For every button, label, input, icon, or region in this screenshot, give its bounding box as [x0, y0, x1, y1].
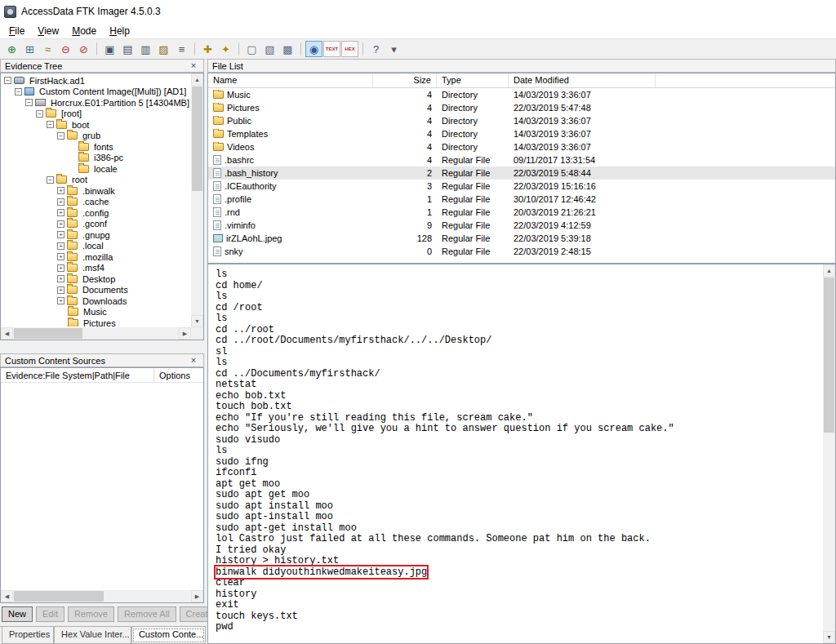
create-disk-image-icon[interactable]: ▣ [101, 41, 118, 57]
scroll-down-icon[interactable]: ▼ [823, 631, 835, 643]
evidence-tree-horizontal-scrollbar[interactable]: ◀ ▶ [1, 327, 191, 340]
tree-node[interactable]: −FirstHack.ad1 [2, 75, 190, 87]
column-header-size[interactable]: Size [373, 73, 437, 87]
export-disk-image-icon[interactable]: ▤ [119, 41, 136, 57]
tree-node[interactable]: +.gconf [2, 219, 190, 230]
obtain-protected-files-icon[interactable]: ▨ [155, 41, 172, 57]
expand-icon[interactable]: + [57, 242, 64, 250]
auto-view-toggle-icon[interactable]: ◉ [305, 41, 322, 57]
expand-icon[interactable]: + [57, 231, 64, 238]
tree-node[interactable]: +Downloads [2, 295, 190, 307]
expand-icon[interactable]: + [57, 253, 64, 260]
scroll-up-icon[interactable]: ▲ [823, 264, 835, 277]
collapse-icon[interactable]: − [47, 176, 54, 184]
tree-node[interactable]: +Desktop [2, 273, 190, 285]
scrollbar-thumb[interactable] [824, 278, 834, 433]
file-row[interactable]: .ICEauthority3Regular File22/03/2019 15:… [208, 180, 835, 193]
scrollbar-thumb[interactable] [192, 87, 202, 191]
tree-node[interactable]: Pictures [2, 318, 190, 326]
scroll-up-icon[interactable]: ▲ [191, 73, 203, 86]
close-icon[interactable]: × [188, 60, 199, 71]
close-icon[interactable]: × [188, 355, 199, 366]
expand-icon[interactable]: + [57, 275, 64, 282]
expand-icon[interactable]: + [57, 286, 64, 294]
collapse-icon[interactable]: − [57, 132, 64, 140]
collapse-icon[interactable]: − [47, 121, 54, 128]
new-document-icon[interactable]: ▢ [243, 41, 260, 57]
custom-content-sources-header[interactable]: Custom Content Sources × [0, 353, 204, 367]
evidence-tree-vertical-scrollbar[interactable]: ▲ ▼ [191, 73, 203, 327]
file-row[interactable]: .bash_history2Regular File22/03/2019 5:4… [208, 167, 835, 180]
viewer-vertical-scrollbar[interactable]: ▲ ▼ [823, 264, 835, 643]
column-header-date-modified[interactable]: Date Modified [509, 73, 656, 87]
scrollbar-thumb[interactable] [14, 328, 82, 339]
text-view-toggle-icon[interactable]: TEXT [323, 41, 340, 57]
evidence-tree-header[interactable]: Evidence Tree × [0, 59, 204, 73]
title-bar[interactable]: AccessData FTK Imager 4.5.0.3 [0, 0, 836, 23]
menu-mode[interactable]: Mode [65, 24, 103, 38]
collapse-icon[interactable]: − [15, 88, 22, 95]
file-list-header[interactable]: File List [207, 59, 836, 73]
column-header-type[interactable]: Type [437, 73, 509, 87]
remove-button[interactable]: Remove [68, 606, 114, 622]
file-row[interactable]: Pictures4Directory22/03/2019 5:47:48 [208, 101, 835, 114]
column-header-name[interactable]: Name [208, 73, 373, 87]
add-to-custom-content-image-icon[interactable]: ✚ [199, 41, 216, 57]
tree-node[interactable]: −grub [2, 131, 190, 142]
tree-node[interactable]: i386-pc [2, 153, 190, 164]
custom-content-horizontal-scrollbar[interactable]: ◀ ▶ [1, 590, 203, 602]
scroll-right-icon[interactable]: ▶ [179, 327, 191, 340]
new-button[interactable]: New [2, 606, 33, 622]
tab-hex-value-inter[interactable]: Hex Value Inter... [54, 627, 131, 644]
export-files-icon[interactable]: ▧ [261, 41, 278, 57]
print-icon[interactable]: ≡ [173, 41, 190, 57]
tree-node[interactable]: locale [2, 163, 190, 175]
tree-node[interactable]: −Custom Content Image([Multi]) [AD1] [2, 87, 190, 98]
hex-view-toggle-icon[interactable]: HEX [341, 41, 358, 57]
edit-button[interactable]: Edit [36, 606, 64, 622]
scroll-left-icon[interactable]: ◀ [1, 590, 13, 602]
file-row[interactable]: Public4Directory14/03/2019 3:36:07 [208, 114, 835, 127]
expand-icon[interactable]: + [57, 264, 64, 272]
toolbar-options-dropdown-icon[interactable]: ▾ [385, 41, 402, 57]
tree-node[interactable]: +.mozilla [2, 251, 190, 263]
add-evidence-item-icon[interactable]: ⊕ [3, 41, 20, 57]
collapse-icon[interactable]: − [36, 110, 43, 118]
tree-node[interactable]: +.cache [2, 197, 190, 208]
tree-node[interactable]: +Documents [2, 285, 190, 296]
expand-icon[interactable]: + [57, 220, 64, 228]
remove-all-evidence-items-icon[interactable]: ⊘ [75, 41, 92, 57]
export-file-hash-list-icon[interactable]: ▩ [279, 41, 296, 57]
add-all-attached-devices-icon[interactable]: ⊞ [21, 41, 38, 57]
expand-icon[interactable]: + [57, 187, 64, 194]
collapse-icon[interactable]: − [4, 77, 11, 84]
file-row[interactable]: snky0Regular File22/03/2019 2:48:15 [208, 245, 835, 258]
menu-help[interactable]: Help [103, 24, 136, 38]
tree-node[interactable]: −[root] [2, 109, 190, 120]
tree-node[interactable]: +.local [2, 241, 190, 252]
image-mounting-icon[interactable]: ≈ [39, 41, 56, 57]
scrollbar-thumb[interactable] [14, 591, 104, 602]
file-row[interactable]: .viminfo9Regular File22/03/2019 4:12:59 [208, 219, 835, 232]
tree-node[interactable]: +.config [2, 207, 190, 219]
expand-icon[interactable]: + [57, 297, 64, 304]
expand-icon[interactable]: + [57, 209, 64, 216]
scroll-left-icon[interactable]: ◀ [1, 327, 13, 340]
tree-node[interactable]: fonts [2, 141, 190, 153]
column-header-options[interactable]: Options [154, 368, 195, 382]
create-custom-content-image-icon[interactable]: ✦ [217, 41, 234, 57]
menu-file[interactable]: File [2, 24, 31, 38]
column-header-evidence-path[interactable]: Evidence:File System|Path|File [1, 368, 154, 382]
tab-properties[interactable]: Properties [2, 627, 54, 644]
tab-custom-conte[interactable]: Custom Conte... [131, 627, 206, 644]
file-row[interactable]: irZLAohL.jpeg128Regular File22/03/2019 5… [208, 232, 835, 245]
file-row[interactable]: Templates4Directory14/03/2019 3:36:07 [208, 127, 835, 140]
tree-node[interactable]: +.msf4 [2, 263, 190, 274]
tree-node[interactable]: +.binwalk [2, 185, 190, 197]
scroll-right-icon[interactable]: ▶ [191, 590, 203, 602]
expand-icon[interactable]: + [57, 198, 64, 206]
remove-all-button[interactable]: Remove All [118, 606, 176, 622]
collapse-icon[interactable]: − [25, 99, 33, 106]
tree-node[interactable]: Music [2, 307, 190, 318]
file-row[interactable]: .profile1Regular File30/10/2017 12:46:42 [208, 193, 835, 206]
